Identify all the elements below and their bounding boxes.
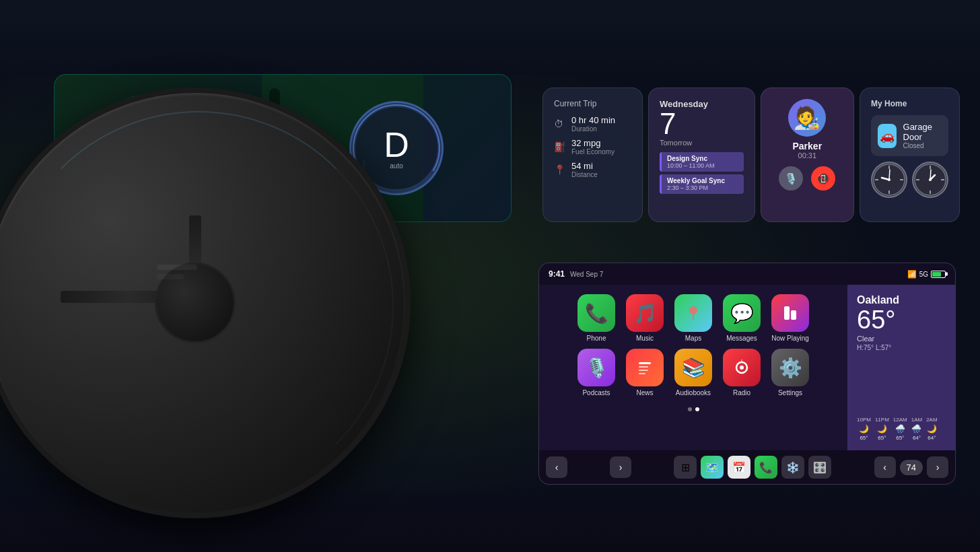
calendar-event-2[interactable]: Weekly Goal Sync 2:30 – 3:30 PM — [660, 174, 744, 194]
clock-icon: ⏱ — [554, 118, 566, 129]
duration-row: ⏱ 0 hr 40 min Duration — [554, 115, 631, 133]
app-phone-label: Phone — [587, 335, 606, 342]
home-panel[interactable]: My Home 🚗 Garage Door Closed — [860, 88, 960, 222]
dock-cool-button[interactable]: ❄️ — [781, 456, 804, 479]
status-date: Wed Sep 7 — [570, 271, 603, 278]
economy-label: Fuel Economy — [571, 148, 615, 156]
maps-icon — [674, 294, 712, 332]
dock-temperature[interactable]: 74 — [900, 460, 923, 475]
dock-right: ‹ 74 › — [874, 456, 948, 478]
app-settings-label: Settings — [778, 389, 802, 396]
distance-icon: 📍 — [554, 164, 566, 175]
apps-row-1: 📞 Phone 🎵 Music Maps — [550, 294, 837, 342]
distance-value: 54 mi — [571, 161, 598, 171]
app-settings[interactable]: ⚙️ Settings — [771, 349, 809, 396]
hourly-3: 12AM 🌧️ 65° — [893, 417, 907, 441]
call-duration: 00:31 — [772, 151, 843, 160]
trip-panel[interactable]: Current Trip ⏱ 0 hr 40 min Duration ⛽ 32… — [542, 88, 643, 222]
svg-line-11 — [889, 170, 890, 180]
carplay-statusbar: 9:41 Wed Sep 7 📶 5G — [539, 263, 955, 285]
settings-icon: ⚙️ — [771, 349, 809, 386]
analog-clock-2 — [912, 162, 948, 198]
trip-panel-title: Current Trip — [554, 99, 631, 108]
call-controls: 🎙️ 📵 — [772, 166, 843, 191]
podcasts-icon: 🎙️ — [578, 349, 615, 386]
dock-calendar-button[interactable]: 📅 — [728, 456, 750, 479]
analog-clocks — [871, 162, 948, 198]
mute-button[interactable]: 🎙️ — [779, 166, 803, 191]
weather-panel: Oakland 65° Clear H:75° L:57° 10PM 🌙 65°… — [847, 285, 955, 450]
messages-icon: 💬 — [723, 294, 761, 332]
dock-phone-button[interactable]: 📞 — [755, 456, 777, 479]
carplay-main-content: 📞 Phone 🎵 Music Maps — [539, 285, 955, 450]
svg-point-12 — [888, 178, 890, 181]
caller-avatar: 🧑‍🎨 — [788, 99, 826, 137]
svg-rect-26 — [639, 366, 648, 368]
status-time: 9:41 — [549, 269, 565, 279]
dock-fwd-btn[interactable]: › — [927, 456, 948, 478]
app-radio[interactable]: Radio — [723, 349, 761, 396]
svg-rect-23 — [784, 306, 790, 320]
svg-point-30 — [740, 366, 744, 370]
forward-button[interactable]: › — [610, 456, 631, 478]
info-panels: Current Trip ⏱ 0 hr 40 min Duration ⛽ 32… — [542, 88, 960, 222]
page-dots — [550, 403, 837, 415]
wifi-icon: 📶 — [907, 270, 917, 279]
svg-rect-24 — [791, 310, 796, 320]
calendar-event-1[interactable]: Design Sync 10:00 – 11:00 AM — [660, 152, 744, 172]
app-messages[interactable]: 💬 Messages — [723, 294, 761, 342]
dock-grid-button[interactable]: ⊞ — [674, 456, 697, 479]
app-music[interactable]: 🎵 Music — [626, 294, 664, 342]
economy-value: 32 mpg — [571, 138, 615, 148]
call-panel[interactable]: 🧑‍🎨 Parker 00:31 🎙️ 📵 — [761, 88, 854, 222]
carplay-dock: ‹ › ⊞ 🗺️ 📅 📞 ❄️ 🎛️ ‹ 74 › — [539, 450, 955, 484]
calendar-panel[interactable]: Wednesday 7 Tomorrow Design Sync 10:00 –… — [648, 88, 755, 222]
garage-icon: 🚗 — [878, 124, 897, 148]
dock-back-btn[interactable]: ‹ — [874, 456, 896, 478]
app-maps-label: Maps — [685, 335, 701, 342]
end-call-button[interactable]: 📵 — [811, 166, 835, 191]
app-news[interactable]: News — [626, 349, 664, 396]
app-nowplaying[interactable]: Now Playing — [771, 294, 809, 342]
apps-row-2: 🎙️ Podcasts News 📚 — [550, 349, 837, 396]
garage-door-control[interactable]: 🚗 Garage Door Closed — [871, 115, 948, 156]
dock-maps-button[interactable]: 🗺️ — [701, 456, 724, 479]
calendar-tomorrow: Tomorrow — [660, 139, 744, 147]
svg-rect-25 — [639, 362, 651, 364]
economy-row: ⛽ 32 mpg Fuel Economy — [554, 138, 631, 156]
carplay-display[interactable]: 9:41 Wed Sep 7 📶 5G 📞 Phone 🎵 Music — [538, 263, 956, 485]
dock-climate-button[interactable]: 🎛️ — [808, 456, 831, 479]
phone-icon: 📞 — [578, 294, 615, 332]
distance-row: 📍 54 mi Distance — [554, 161, 631, 178]
back-button[interactable]: ‹ — [546, 456, 567, 478]
event-1-time: 10:00 – 11:00 AM — [667, 162, 738, 169]
steering-wheel — [0, 67, 431, 539]
audiobooks-icon: 📚 — [674, 349, 712, 386]
radio-icon — [723, 349, 761, 386]
svg-rect-27 — [639, 370, 648, 371]
music-icon: 🎵 — [626, 294, 664, 332]
svg-rect-28 — [639, 373, 645, 374]
battery-icon — [931, 271, 946, 278]
app-maps[interactable]: Maps — [674, 294, 712, 342]
svg-point-20 — [929, 178, 932, 181]
weather-city: Oakland — [857, 294, 946, 306]
hourly-2: 11PM 🌙 65° — [875, 417, 889, 441]
top-dashboard-bar — [0, 0, 980, 74]
app-audiobooks[interactable]: 📚 Audiobooks — [674, 349, 712, 396]
home-panel-title: My Home — [871, 99, 948, 108]
hourly-1: 10PM 🌙 65° — [857, 417, 871, 441]
dot-2 — [695, 407, 699, 411]
garage-status: Closed — [903, 142, 942, 149]
app-news-label: News — [636, 389, 653, 396]
app-nowplaying-label: Now Playing — [771, 335, 809, 342]
hourly-4: 1AM 🌧️ 64° — [911, 417, 922, 441]
caller-name: Parker — [772, 141, 843, 151]
dot-1 — [688, 407, 692, 411]
weather-temp: 65° — [857, 306, 946, 335]
app-podcasts[interactable]: 🎙️ Podcasts — [578, 349, 615, 396]
app-phone[interactable]: 📞 Phone — [578, 294, 615, 342]
weather-description: Clear — [857, 335, 946, 343]
hourly-forecast: 10PM 🌙 65° 11PM 🌙 65° 12AM 🌧️ 65° 1AM 🌧️ — [857, 417, 946, 441]
garage-label: Garage Door — [903, 122, 942, 142]
